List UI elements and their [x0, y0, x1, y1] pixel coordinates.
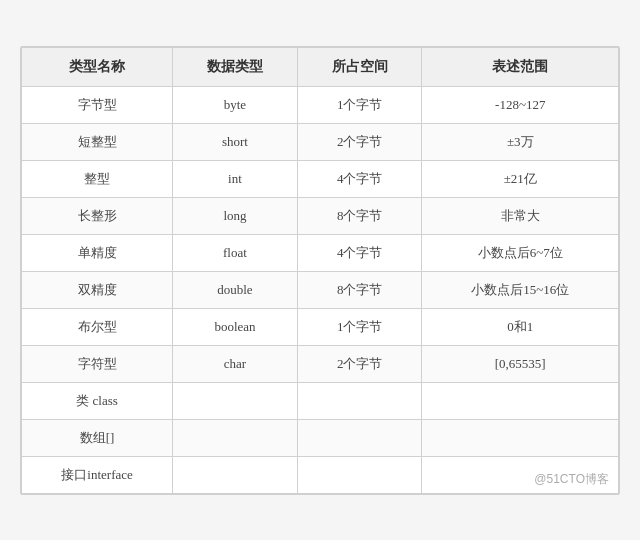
- cell-0-3: -128~127: [422, 86, 619, 123]
- watermark: @51CTO博客: [534, 471, 609, 488]
- cell-9-1: [173, 419, 298, 456]
- table-row: 接口interface: [22, 456, 619, 493]
- col-header-type: 数据类型: [173, 47, 298, 86]
- table-row: 布尔型boolean1个字节0和1: [22, 308, 619, 345]
- cell-6-0: 布尔型: [22, 308, 173, 345]
- cell-2-2: 4个字节: [297, 160, 422, 197]
- cell-5-2: 8个字节: [297, 271, 422, 308]
- cell-0-1: byte: [173, 86, 298, 123]
- col-header-name: 类型名称: [22, 47, 173, 86]
- cell-4-3: 小数点后6~7位: [422, 234, 619, 271]
- table-row: 双精度double8个字节小数点后15~16位: [22, 271, 619, 308]
- cell-4-0: 单精度: [22, 234, 173, 271]
- table-row: 类 class: [22, 382, 619, 419]
- table-row: 字节型byte1个字节-128~127: [22, 86, 619, 123]
- cell-10-1: [173, 456, 298, 493]
- cell-5-1: double: [173, 271, 298, 308]
- cell-0-0: 字节型: [22, 86, 173, 123]
- cell-1-0: 短整型: [22, 123, 173, 160]
- cell-3-1: long: [173, 197, 298, 234]
- cell-1-2: 2个字节: [297, 123, 422, 160]
- cell-8-3: [422, 382, 619, 419]
- cell-10-0: 接口interface: [22, 456, 173, 493]
- cell-4-2: 4个字节: [297, 234, 422, 271]
- table-row: 整型int4个字节±21亿: [22, 160, 619, 197]
- cell-5-0: 双精度: [22, 271, 173, 308]
- table-header-row: 类型名称 数据类型 所占空间 表述范围: [22, 47, 619, 86]
- cell-3-3: 非常大: [422, 197, 619, 234]
- table-row: 长整形long8个字节非常大: [22, 197, 619, 234]
- cell-8-1: [173, 382, 298, 419]
- cell-8-2: [297, 382, 422, 419]
- cell-6-1: boolean: [173, 308, 298, 345]
- cell-4-1: float: [173, 234, 298, 271]
- col-header-range: 表述范围: [422, 47, 619, 86]
- data-types-table: 类型名称 数据类型 所占空间 表述范围 字节型byte1个字节-128~127短…: [21, 47, 619, 494]
- cell-2-0: 整型: [22, 160, 173, 197]
- cell-9-2: [297, 419, 422, 456]
- cell-0-2: 1个字节: [297, 86, 422, 123]
- cell-1-3: ±3万: [422, 123, 619, 160]
- cell-7-2: 2个字节: [297, 345, 422, 382]
- cell-5-3: 小数点后15~16位: [422, 271, 619, 308]
- cell-9-0: 数组[]: [22, 419, 173, 456]
- cell-8-0: 类 class: [22, 382, 173, 419]
- cell-3-0: 长整形: [22, 197, 173, 234]
- table-row: 短整型short2个字节±3万: [22, 123, 619, 160]
- cell-6-2: 1个字节: [297, 308, 422, 345]
- cell-2-3: ±21亿: [422, 160, 619, 197]
- cell-6-3: 0和1: [422, 308, 619, 345]
- cell-9-3: [422, 419, 619, 456]
- table-row: 数组[]: [22, 419, 619, 456]
- cell-7-0: 字符型: [22, 345, 173, 382]
- cell-10-2: [297, 456, 422, 493]
- cell-1-1: short: [173, 123, 298, 160]
- table-body: 字节型byte1个字节-128~127短整型short2个字节±3万整型int4…: [22, 86, 619, 493]
- cell-7-3: [0,65535]: [422, 345, 619, 382]
- cell-7-1: char: [173, 345, 298, 382]
- cell-3-2: 8个字节: [297, 197, 422, 234]
- cell-2-1: int: [173, 160, 298, 197]
- col-header-space: 所占空间: [297, 47, 422, 86]
- table-row: 单精度float4个字节小数点后6~7位: [22, 234, 619, 271]
- table-row: 字符型char2个字节[0,65535]: [22, 345, 619, 382]
- data-types-table-container: 类型名称 数据类型 所占空间 表述范围 字节型byte1个字节-128~127短…: [20, 46, 620, 495]
